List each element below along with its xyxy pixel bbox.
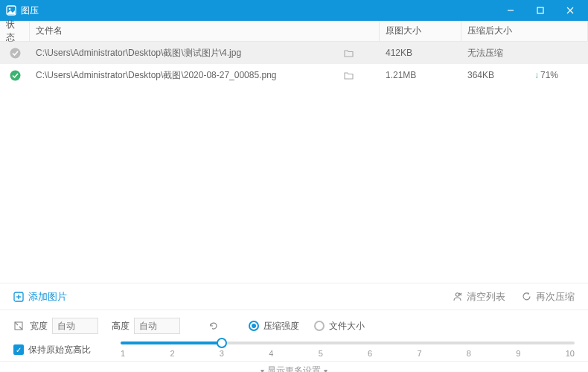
compression-percent: ↓71%	[528, 70, 588, 80]
radio-circle-icon	[249, 321, 259, 331]
slider-tick: 6	[368, 349, 372, 358]
status-icon	[0, 48, 30, 59]
height-group: 高度	[112, 318, 180, 334]
clear-list-label: 清空列表	[467, 290, 505, 304]
slider-tick: 2	[170, 349, 174, 358]
plus-icon	[13, 292, 24, 302]
radio-strength-label: 压缩强度	[263, 320, 299, 333]
original-size: 1.21MB	[380, 70, 461, 80]
slider-ticks: 12345678910	[121, 349, 575, 358]
slider-tick: 10	[566, 349, 575, 358]
clear-list-button[interactable]: 清空列表	[453, 290, 505, 304]
width-input[interactable]	[52, 318, 98, 334]
svg-point-11	[456, 293, 458, 296]
width-label: 宽度	[30, 320, 48, 333]
table-header: 状态 文件名 原图大小 压缩后大小	[0, 21, 588, 42]
slider-tick: 4	[269, 349, 273, 358]
file-list: C:\Users\Administrator\Desktop\截图\测试图片\4…	[0, 42, 588, 283]
show-more-label: 显示更多设置	[267, 365, 321, 372]
titlebar: 图压	[0, 0, 588, 21]
slider-tick: 3	[220, 349, 224, 358]
keep-ratio-checkbox[interactable]: ✓ 保持原始宽高比	[13, 344, 91, 356]
height-label: 高度	[112, 320, 130, 333]
action-bar: 添加图片 清空列表 再次压缩	[0, 283, 588, 310]
svg-point-1	[9, 8, 11, 10]
controls-panel: 宽度 高度 压缩强度 文件大小 ✓ 保持原始宽高比	[0, 310, 588, 361]
status-icon	[0, 70, 30, 81]
mode-radios: 压缩强度 文件大小	[249, 320, 365, 333]
header-filename: 文件名	[30, 21, 380, 41]
app-icon	[6, 5, 16, 16]
file-path: C:\Users\Administrator\Desktop\截图\测试图片\4…	[36, 47, 344, 60]
svg-rect-3	[537, 7, 543, 13]
open-folder-icon[interactable]	[344, 71, 374, 80]
clear-icon	[453, 292, 462, 301]
width-group: 宽度	[13, 318, 98, 334]
recompress-button[interactable]: 再次压缩	[522, 290, 575, 304]
radio-circle-icon	[314, 321, 325, 331]
recompress-label: 再次压缩	[536, 290, 575, 304]
maximize-button[interactable]	[525, 0, 555, 21]
compressed-size: 364KB	[461, 70, 528, 80]
check-icon: ✓	[13, 344, 24, 355]
slider-thumb[interactable]	[217, 338, 227, 348]
refresh-icon	[522, 292, 531, 301]
resize-icon	[13, 321, 25, 331]
radio-filesize[interactable]: 文件大小	[314, 320, 365, 333]
chevron-down-icon: ▾	[261, 367, 264, 372]
original-size: 412KB	[380, 48, 461, 58]
minimize-button[interactable]	[496, 0, 525, 21]
header-compressed-size: 压缩后大小	[461, 21, 588, 41]
height-input[interactable]	[134, 318, 180, 334]
slider-tick: 8	[467, 349, 471, 358]
table-row[interactable]: C:\Users\Administrator\Desktop\截图\测试图片\4…	[0, 42, 588, 64]
add-image-label: 添加图片	[28, 290, 67, 304]
strength-slider[interactable]: 12345678910	[121, 341, 575, 358]
down-arrow-icon: ↓	[534, 70, 539, 80]
header-original-size: 原图大小	[380, 21, 461, 41]
radio-strength[interactable]: 压缩强度	[249, 320, 299, 333]
compressed-size: 无法压缩	[461, 47, 528, 60]
radio-filesize-label: 文件大小	[329, 320, 365, 333]
app-title: 图压	[21, 4, 496, 17]
header-status: 状态	[0, 21, 30, 41]
file-path: C:\Users\Administrator\Desktop\截图\2020-0…	[36, 69, 344, 82]
slider-tick: 5	[319, 349, 323, 358]
add-image-button[interactable]: 添加图片	[13, 290, 67, 304]
slider-tick: 1	[121, 349, 125, 358]
slider-tick: 7	[417, 349, 421, 358]
slider-tick: 9	[516, 349, 520, 358]
svg-point-6	[10, 48, 20, 58]
svg-point-7	[10, 70, 20, 80]
close-button[interactable]	[555, 0, 585, 21]
chevron-down-icon: ▾	[324, 367, 327, 372]
keep-ratio-label: 保持原始宽高比	[28, 344, 91, 356]
table-row[interactable]: C:\Users\Administrator\Desktop\截图\2020-0…	[0, 64, 588, 86]
reset-icon[interactable]	[208, 321, 219, 331]
open-folder-icon[interactable]	[344, 48, 374, 58]
show-more-settings[interactable]: ▾ 显示更多设置 ▾	[0, 361, 588, 372]
